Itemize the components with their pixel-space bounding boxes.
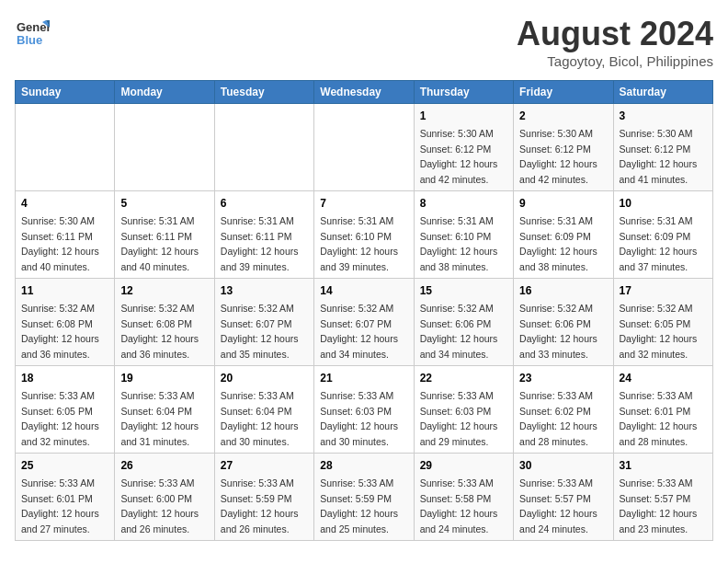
day-info: Sunrise: 5:33 AM Sunset: 5:57 PM Dayligh…: [519, 477, 597, 534]
calendar-cell: [16, 104, 115, 191]
day-number: 18: [21, 370, 108, 386]
month-year-title: August 2024: [517, 15, 713, 53]
calendar-cell: 26Sunrise: 5:33 AM Sunset: 6:00 PM Dayli…: [115, 454, 214, 541]
calendar-week-row: 25Sunrise: 5:33 AM Sunset: 6:01 PM Dayli…: [16, 454, 713, 541]
calendar-table: SundayMondayTuesdayWednesdayThursdayFrid…: [15, 80, 713, 541]
weekday-header: Friday: [514, 81, 613, 104]
day-number: 27: [221, 457, 308, 474]
day-number: 22: [420, 370, 507, 386]
day-number: 21: [320, 370, 407, 386]
calendar-cell: 31Sunrise: 5:33 AM Sunset: 5:57 PM Dayli…: [613, 454, 712, 541]
calendar-cell: 11Sunrise: 5:32 AM Sunset: 6:08 PM Dayli…: [16, 279, 115, 366]
calendar-cell: 10Sunrise: 5:31 AM Sunset: 6:09 PM Dayli…: [613, 191, 712, 279]
calendar-week-row: 18Sunrise: 5:33 AM Sunset: 6:05 PM Dayli…: [16, 366, 713, 454]
day-number: 14: [320, 282, 407, 299]
day-number: 3: [620, 108, 707, 124]
day-info: Sunrise: 5:33 AM Sunset: 6:04 PM Dayligh…: [221, 390, 299, 447]
day-number: 30: [519, 457, 607, 474]
day-info: Sunrise: 5:33 AM Sunset: 6:01 PM Dayligh…: [620, 390, 698, 447]
day-info: Sunrise: 5:32 AM Sunset: 6:05 PM Dayligh…: [620, 303, 698, 360]
day-info: Sunrise: 5:31 AM Sunset: 6:10 PM Dayligh…: [420, 215, 498, 272]
calendar-cell: 9Sunrise: 5:31 AM Sunset: 6:09 PM Daylig…: [514, 191, 613, 279]
day-info: Sunrise: 5:32 AM Sunset: 6:08 PM Dayligh…: [120, 303, 199, 360]
calendar-cell: 27Sunrise: 5:33 AM Sunset: 5:59 PM Dayli…: [214, 454, 313, 541]
day-number: 25: [21, 457, 108, 474]
day-number: 11: [21, 282, 108, 299]
svg-text:Blue: Blue: [17, 33, 42, 47]
calendar-cell: 12Sunrise: 5:32 AM Sunset: 6:08 PM Dayli…: [115, 279, 214, 366]
day-number: 24: [620, 370, 707, 386]
day-number: 8: [420, 195, 507, 212]
calendar-cell: 14Sunrise: 5:32 AM Sunset: 6:07 PM Dayli…: [314, 279, 414, 366]
calendar-week-row: 4Sunrise: 5:30 AM Sunset: 6:11 PM Daylig…: [16, 191, 713, 279]
calendar-week-row: 1Sunrise: 5:30 AM Sunset: 6:12 PM Daylig…: [16, 104, 713, 191]
day-number: 16: [519, 282, 607, 299]
day-number: 5: [120, 195, 208, 212]
calendar-cell: 8Sunrise: 5:31 AM Sunset: 6:10 PM Daylig…: [414, 191, 513, 279]
calendar-cell: 19Sunrise: 5:33 AM Sunset: 6:04 PM Dayli…: [115, 366, 214, 454]
calendar-cell: 30Sunrise: 5:33 AM Sunset: 5:57 PM Dayli…: [514, 454, 613, 541]
calendar-cell: 18Sunrise: 5:33 AM Sunset: 6:05 PM Dayli…: [16, 366, 115, 454]
logo: General Blue: [15, 15, 50, 53]
day-info: Sunrise: 5:33 AM Sunset: 6:02 PM Dayligh…: [519, 390, 597, 447]
calendar-cell: 15Sunrise: 5:32 AM Sunset: 6:06 PM Dayli…: [414, 279, 513, 366]
day-info: Sunrise: 5:30 AM Sunset: 6:11 PM Dayligh…: [21, 215, 99, 272]
calendar-cell: 3Sunrise: 5:30 AM Sunset: 6:12 PM Daylig…: [613, 104, 712, 191]
day-info: Sunrise: 5:30 AM Sunset: 6:12 PM Dayligh…: [519, 128, 597, 185]
day-info: Sunrise: 5:31 AM Sunset: 6:09 PM Dayligh…: [620, 215, 698, 272]
day-number: 19: [120, 370, 208, 386]
day-info: Sunrise: 5:30 AM Sunset: 6:12 PM Dayligh…: [420, 128, 498, 185]
day-number: 10: [620, 195, 707, 212]
day-info: Sunrise: 5:31 AM Sunset: 6:11 PM Dayligh…: [120, 215, 199, 272]
weekday-header: Monday: [115, 81, 214, 104]
day-info: Sunrise: 5:33 AM Sunset: 6:04 PM Dayligh…: [120, 390, 199, 447]
title-block: August 2024 Tagoytoy, Bicol, Philippines: [517, 15, 713, 69]
day-info: Sunrise: 5:33 AM Sunset: 6:03 PM Dayligh…: [320, 390, 398, 447]
weekday-header: Saturday: [613, 81, 712, 104]
calendar-cell: 17Sunrise: 5:32 AM Sunset: 6:05 PM Dayli…: [613, 279, 712, 366]
weekday-header: Thursday: [414, 81, 513, 104]
weekday-header: Wednesday: [314, 81, 414, 104]
calendar-cell: 6Sunrise: 5:31 AM Sunset: 6:11 PM Daylig…: [214, 191, 313, 279]
calendar-cell: 5Sunrise: 5:31 AM Sunset: 6:11 PM Daylig…: [115, 191, 214, 279]
day-number: 29: [420, 457, 507, 474]
calendar-cell: 23Sunrise: 5:33 AM Sunset: 6:02 PM Dayli…: [514, 366, 613, 454]
calendar-cell: [214, 104, 313, 191]
calendar-cell: 7Sunrise: 5:31 AM Sunset: 6:10 PM Daylig…: [314, 191, 414, 279]
calendar-header: SundayMondayTuesdayWednesdayThursdayFrid…: [16, 81, 713, 104]
day-number: 23: [519, 370, 607, 386]
day-info: Sunrise: 5:31 AM Sunset: 6:10 PM Dayligh…: [320, 215, 398, 272]
header-row: SundayMondayTuesdayWednesdayThursdayFrid…: [16, 81, 713, 104]
day-info: Sunrise: 5:32 AM Sunset: 6:06 PM Dayligh…: [519, 303, 597, 360]
day-info: Sunrise: 5:33 AM Sunset: 6:00 PM Dayligh…: [120, 477, 199, 534]
day-number: 15: [420, 282, 507, 299]
calendar-cell: 16Sunrise: 5:32 AM Sunset: 6:06 PM Dayli…: [514, 279, 613, 366]
calendar-cell: [314, 104, 414, 191]
calendar-cell: 28Sunrise: 5:33 AM Sunset: 5:59 PM Dayli…: [314, 454, 414, 541]
calendar-cell: [115, 104, 214, 191]
day-info: Sunrise: 5:30 AM Sunset: 6:12 PM Dayligh…: [620, 128, 698, 185]
page-header: General Blue August 2024 Tagoytoy, Bicol…: [15, 15, 713, 69]
day-number: 2: [519, 108, 607, 124]
day-number: 6: [221, 195, 308, 212]
day-number: 17: [620, 282, 707, 299]
calendar-cell: 13Sunrise: 5:32 AM Sunset: 6:07 PM Dayli…: [214, 279, 313, 366]
calendar-cell: 1Sunrise: 5:30 AM Sunset: 6:12 PM Daylig…: [414, 104, 513, 191]
calendar-cell: 21Sunrise: 5:33 AM Sunset: 6:03 PM Dayli…: [314, 366, 414, 454]
calendar-week-row: 11Sunrise: 5:32 AM Sunset: 6:08 PM Dayli…: [16, 279, 713, 366]
day-number: 13: [221, 282, 308, 299]
calendar-cell: 25Sunrise: 5:33 AM Sunset: 6:01 PM Dayli…: [16, 454, 115, 541]
day-info: Sunrise: 5:33 AM Sunset: 6:01 PM Dayligh…: [21, 477, 99, 534]
day-info: Sunrise: 5:33 AM Sunset: 5:58 PM Dayligh…: [420, 477, 498, 534]
calendar-cell: 29Sunrise: 5:33 AM Sunset: 5:58 PM Dayli…: [414, 454, 513, 541]
calendar-cell: 24Sunrise: 5:33 AM Sunset: 6:01 PM Dayli…: [613, 366, 712, 454]
day-info: Sunrise: 5:32 AM Sunset: 6:07 PM Dayligh…: [320, 303, 398, 360]
calendar-cell: 4Sunrise: 5:30 AM Sunset: 6:11 PM Daylig…: [16, 191, 115, 279]
day-info: Sunrise: 5:32 AM Sunset: 6:08 PM Dayligh…: [21, 303, 99, 360]
location-subtitle: Tagoytoy, Bicol, Philippines: [517, 53, 713, 69]
day-info: Sunrise: 5:33 AM Sunset: 5:59 PM Dayligh…: [320, 477, 398, 534]
day-number: 4: [21, 195, 108, 212]
day-number: 7: [320, 195, 407, 212]
day-info: Sunrise: 5:31 AM Sunset: 6:09 PM Dayligh…: [519, 215, 597, 272]
logo-icon: General Blue: [15, 15, 50, 53]
